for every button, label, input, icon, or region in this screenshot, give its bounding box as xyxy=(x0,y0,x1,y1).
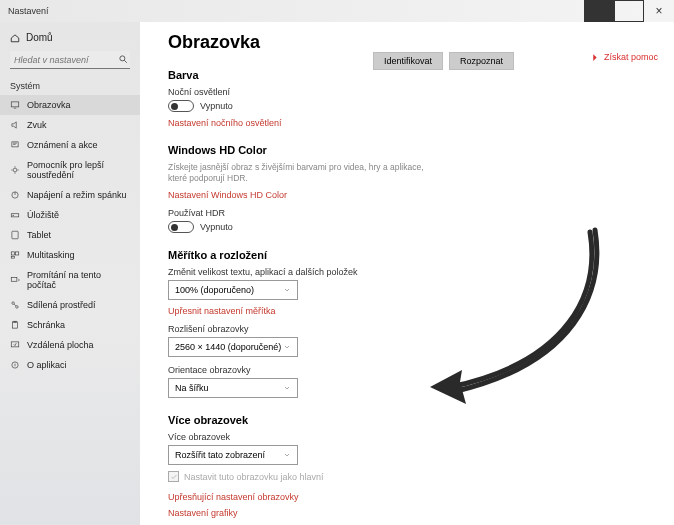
titlebar: Nastavení × xyxy=(0,0,674,22)
sidebar-item-label: Zvuk xyxy=(27,120,47,130)
get-help-link[interactable]: Získat pomoc xyxy=(591,52,658,62)
sidebar-item-label: Sdílená prostředí xyxy=(27,300,96,310)
svg-point-12 xyxy=(12,302,15,305)
remote-icon xyxy=(10,340,20,350)
orientation-select[interactable]: Na šířku xyxy=(168,378,298,398)
tablet-icon xyxy=(10,230,20,240)
display-icon xyxy=(10,100,20,110)
sidebar-item-multitasking[interactable]: Multitasking xyxy=(0,245,140,265)
home-label: Domů xyxy=(26,32,53,43)
sidebar-item-label: Obrazovka xyxy=(27,100,71,110)
chevron-down-icon xyxy=(283,343,291,351)
svg-rect-8 xyxy=(11,252,14,255)
projecting-icon xyxy=(10,275,20,285)
night-light-toggle[interactable]: Vypnuto xyxy=(168,100,650,112)
primary-display-checkbox[interactable]: Nastavit tuto obrazovku jako hlavní xyxy=(168,471,650,482)
advanced-scaling-link[interactable]: Upřesnit nastavení měřítka xyxy=(168,306,650,316)
home-icon xyxy=(10,33,20,43)
detect-button[interactable]: Rozpoznat xyxy=(449,52,514,70)
select-value: Rozšířit tato zobrazení xyxy=(175,450,265,460)
search-input[interactable] xyxy=(10,51,130,69)
toggle-switch[interactable] xyxy=(168,100,194,112)
search-box[interactable] xyxy=(10,51,130,69)
clipboard-icon xyxy=(10,320,20,330)
sidebar-item-label: Pomocník pro lepší soustředění xyxy=(27,160,130,180)
focus-icon xyxy=(10,165,20,175)
sidebar-item-vzdalena[interactable]: Vzdálená plocha xyxy=(0,335,140,355)
storage-icon xyxy=(10,210,20,220)
sidebar-item-zvuk[interactable]: Zvuk xyxy=(0,115,140,135)
sidebar-item-label: Schránka xyxy=(27,320,65,330)
svg-rect-7 xyxy=(12,231,18,239)
sidebar-item-promitani[interactable]: Promítání na tento počítač xyxy=(0,265,140,295)
hdcolor-settings-link[interactable]: Nastavení Windows HD Color xyxy=(168,190,650,200)
svg-rect-1 xyxy=(11,102,19,107)
sound-icon xyxy=(10,120,20,130)
home-button[interactable]: Domů xyxy=(0,28,140,47)
about-icon xyxy=(10,360,20,370)
orientation-label: Orientace obrazovky xyxy=(168,365,650,375)
sidebar-item-napajeni[interactable]: Napájení a režim spánku xyxy=(0,185,140,205)
advanced-display-link[interactable]: Upřesňující nastavení obrazovky xyxy=(168,492,650,502)
chevron-down-icon xyxy=(283,286,291,294)
color-heading: Barva xyxy=(168,69,650,81)
section-label: Systém xyxy=(0,73,140,95)
svg-rect-11 xyxy=(11,278,17,282)
sidebar-item-obrazovka[interactable]: Obrazovka xyxy=(0,95,140,115)
hdr-label: Používat HDR xyxy=(168,208,650,218)
maximize-button[interactable] xyxy=(614,0,644,22)
identify-button[interactable]: Identifikovat xyxy=(373,52,443,70)
main-content: Obrazovka Identifikovat Rozpoznat Získat… xyxy=(140,22,674,525)
svg-point-13 xyxy=(16,306,19,309)
sidebar-item-oznameni[interactable]: Oznámení a akce xyxy=(0,135,140,155)
sidebar-item-schranka[interactable]: Schránka xyxy=(0,315,140,335)
window-controls: × xyxy=(584,0,674,22)
svg-rect-5 xyxy=(11,214,19,217)
night-light-settings-link[interactable]: Nastavení nočního osvětlení xyxy=(168,118,650,128)
sidebar-item-pomocnik[interactable]: Pomocník pro lepší soustředění xyxy=(0,155,140,185)
svg-rect-10 xyxy=(11,256,14,258)
display-action-buttons: Identifikovat Rozpoznat xyxy=(373,52,514,70)
sidebar-item-label: Multitasking xyxy=(27,250,75,260)
sidebar-item-sdilena[interactable]: Sdílená prostředí xyxy=(0,295,140,315)
sidebar-item-label: Tablet xyxy=(27,230,51,240)
page-title: Obrazovka xyxy=(168,32,650,53)
scale-size-select[interactable]: 100% (doporučeno) xyxy=(168,280,298,300)
chevron-down-icon xyxy=(283,451,291,459)
notifications-icon xyxy=(10,140,20,150)
svg-point-3 xyxy=(13,168,17,172)
sidebar-item-label: Vzdálená plocha xyxy=(27,340,94,350)
graphics-settings-link[interactable]: Nastavení grafiky xyxy=(168,508,650,518)
search-icon xyxy=(118,54,128,64)
select-value: 2560 × 1440 (doporučené) xyxy=(175,342,281,352)
hdcolor-heading: Windows HD Color xyxy=(168,144,650,156)
multi-mode-select[interactable]: Rozšířit tato zobrazení xyxy=(168,445,298,465)
help-icon xyxy=(591,53,600,62)
sidebar-item-uloziste[interactable]: Úložiště xyxy=(0,205,140,225)
hdr-toggle[interactable]: Vypnuto xyxy=(168,221,650,233)
sidebar-item-label: Oznámení a akce xyxy=(27,140,98,150)
sidebar-item-tablet[interactable]: Tablet xyxy=(0,225,140,245)
sidebar-item-label: O aplikaci xyxy=(27,360,67,370)
toggle-state: Vypnuto xyxy=(200,101,233,111)
sidebar: Domů Systém Obrazovka Zvuk Oznámení a ak… xyxy=(0,22,140,525)
multitasking-icon xyxy=(10,250,20,260)
hdcolor-desc: Získejte jasnější obraz s živějšími barv… xyxy=(168,162,428,184)
svg-point-6 xyxy=(13,215,14,216)
select-value: 100% (doporučeno) xyxy=(175,285,254,295)
resolution-select[interactable]: 2560 × 1440 (doporučené) xyxy=(168,337,298,357)
sidebar-item-oaplikaci[interactable]: O aplikaci xyxy=(0,355,140,375)
close-button[interactable]: × xyxy=(644,0,674,22)
svg-rect-16 xyxy=(11,342,19,347)
toggle-switch[interactable] xyxy=(168,221,194,233)
resolution-label: Rozlišení obrazovky xyxy=(168,324,650,334)
scale-size-label: Změnit velikost textu, aplikací a dalšíc… xyxy=(168,267,650,277)
chevron-down-icon xyxy=(283,384,291,392)
sidebar-item-label: Úložiště xyxy=(27,210,59,220)
svg-rect-9 xyxy=(16,252,19,255)
multi-heading: Více obrazovek xyxy=(168,414,650,426)
check-icon xyxy=(170,473,178,481)
sidebar-item-label: Napájení a režim spánku xyxy=(27,190,127,200)
minimize-button[interactable] xyxy=(584,0,614,22)
checkbox-box[interactable] xyxy=(168,471,179,482)
